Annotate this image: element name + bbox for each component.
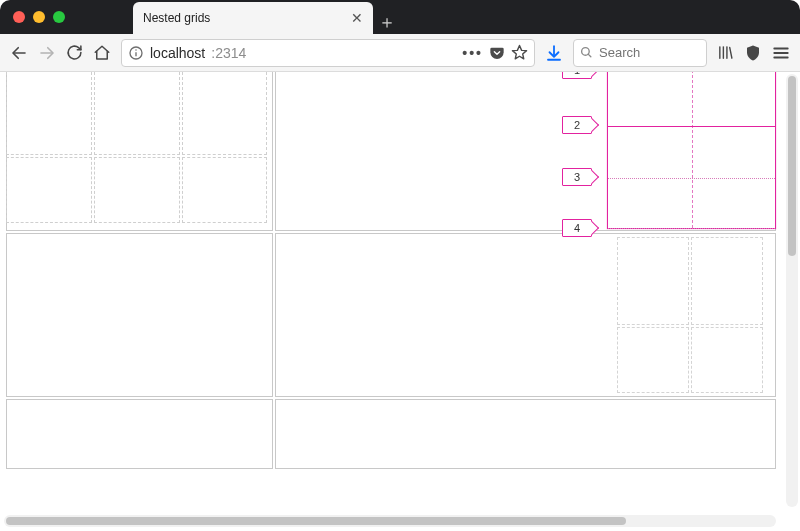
svg-line-13 — [730, 48, 732, 59]
window-controls — [0, 0, 78, 34]
subgrid-cell — [691, 237, 763, 325]
subgrid-cell — [617, 237, 689, 325]
grid-line-tag[interactable]: 3 — [562, 168, 592, 186]
subgrid-cell — [94, 72, 180, 155]
subgrid-cell — [94, 157, 180, 223]
reload-button[interactable] — [66, 44, 83, 61]
horizontal-scrollbar[interactable] — [4, 515, 776, 527]
grid-cell — [6, 399, 273, 469]
url-host: localhost — [150, 45, 205, 61]
url-port: :2314 — [211, 45, 246, 61]
page-actions-icon[interactable]: ••• — [462, 45, 483, 61]
grid-cell — [275, 399, 776, 469]
subgrid-dashed — [617, 237, 765, 393]
svg-point-4 — [135, 49, 136, 50]
library-icon[interactable] — [717, 44, 734, 61]
inspector-gridline — [608, 228, 775, 229]
tabs: Nested grids ✕ ＋ — [133, 0, 401, 34]
bookmark-star-icon[interactable] — [511, 44, 528, 61]
hamburger-menu-icon[interactable] — [772, 44, 790, 62]
site-info-icon[interactable] — [128, 45, 144, 61]
tab-title: Nested grids — [143, 11, 343, 25]
vertical-scrollbar[interactable] — [786, 74, 798, 507]
subgrid-cell — [691, 327, 763, 393]
tab-close-icon[interactable]: ✕ — [351, 10, 363, 26]
plus-icon: ＋ — [378, 10, 396, 34]
window-close-button[interactable] — [13, 11, 25, 23]
grid-cell — [6, 233, 273, 397]
subgrid-cell — [617, 327, 689, 393]
viewport: 1 2 3 4 — [0, 72, 800, 531]
forward-button[interactable] — [38, 44, 56, 62]
scrollbar-thumb[interactable] — [6, 517, 626, 525]
tab-active[interactable]: Nested grids ✕ — [133, 2, 373, 34]
subgrid-cell — [6, 157, 92, 223]
inspector-gridline — [608, 178, 775, 179]
subgrid-cell — [182, 157, 267, 223]
subgrid-cell — [6, 72, 92, 155]
toolbar: localhost:2314 ••• — [0, 34, 800, 72]
page-content: 1 2 3 4 — [0, 72, 784, 511]
subgrid-dashed — [6, 72, 267, 223]
new-tab-button[interactable]: ＋ — [373, 10, 401, 34]
grid-line-tag[interactable]: 2 — [562, 116, 592, 134]
inspector-gridline — [608, 126, 775, 127]
downloads-icon[interactable] — [545, 44, 563, 62]
svg-line-9 — [588, 54, 591, 57]
svg-marker-5 — [512, 45, 526, 58]
search-input[interactable] — [599, 45, 767, 60]
inspector-outline — [607, 72, 776, 229]
grid-line-tag[interactable]: 1 — [562, 72, 592, 79]
grid-line-tag[interactable]: 4 — [562, 219, 592, 237]
window-minimize-button[interactable] — [33, 11, 45, 23]
scrollbar-thumb[interactable] — [788, 76, 796, 256]
tab-bar: Nested grids ✕ ＋ — [0, 0, 800, 34]
search-icon — [580, 46, 593, 59]
home-button[interactable] — [93, 44, 111, 62]
url-bar[interactable]: localhost:2314 ••• — [121, 39, 535, 67]
window-zoom-button[interactable] — [53, 11, 65, 23]
back-button[interactable] — [10, 44, 28, 62]
pocket-icon[interactable] — [489, 45, 505, 61]
browser-window: Nested grids ✕ ＋ localhost:2314 — [0, 0, 800, 531]
search-box[interactable] — [573, 39, 707, 67]
shield-icon[interactable] — [744, 44, 762, 62]
inspector-gridline — [692, 72, 693, 228]
subgrid-cell — [182, 72, 267, 155]
